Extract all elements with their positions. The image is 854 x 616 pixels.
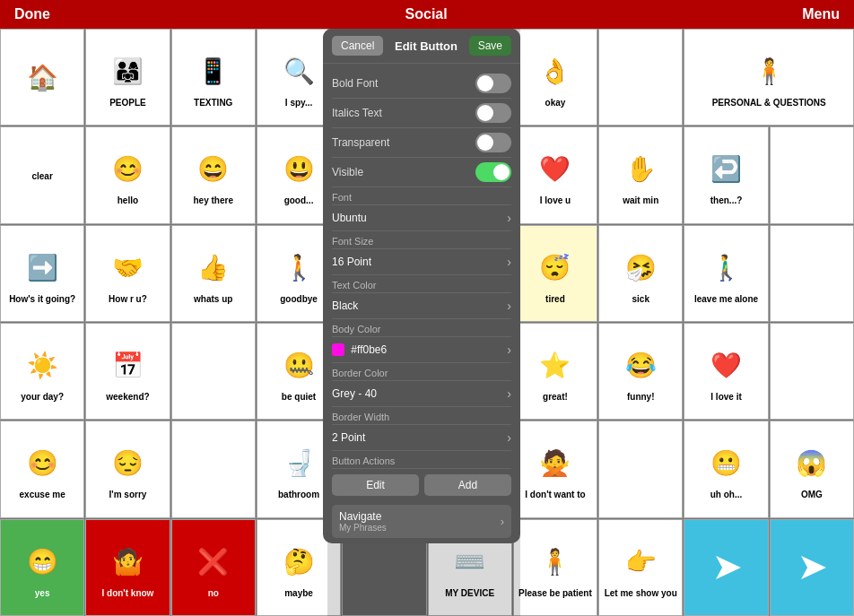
- cell-yes[interactable]: 😁 yes: [0, 519, 84, 616]
- cell-label: I don't want to: [525, 490, 585, 499]
- cell-label: be quiet: [282, 392, 316, 402]
- cell-label: I'm sorry: [109, 490, 147, 499]
- cell-empty-r4c10: [770, 323, 854, 420]
- cell-label: excuse me: [20, 490, 65, 499]
- cell-let-me-show-you[interactable]: 👉 Let me show you: [598, 519, 683, 616]
- cell-arrow-right-1[interactable]: ➤: [684, 519, 768, 616]
- idontknow-icon: 🤷: [112, 537, 144, 586]
- menu-button[interactable]: Menu: [802, 6, 840, 22]
- edit-action-button[interactable]: Edit: [332, 474, 419, 496]
- cell-leave-me-alone[interactable]: 🚶‍♂️ leave me alone: [684, 225, 768, 322]
- border-width-dropdown[interactable]: 2 Point ›: [332, 425, 511, 451]
- body-color-chevron: ›: [507, 343, 511, 357]
- text-color-value: Black: [332, 299, 358, 312]
- done-button[interactable]: Done: [14, 6, 50, 22]
- cell-personal-questions[interactable]: 🧍 PERSONAL & QUESTIONS: [684, 29, 854, 126]
- cell-i-love-u[interactable]: ❤️ I love u: [513, 126, 597, 223]
- font-size-value: 16 Point: [332, 256, 371, 268]
- cell-label: PERSONAL & QUESTIONS: [712, 98, 826, 108]
- cell-omg[interactable]: 😱 OMG: [770, 421, 854, 517]
- body-color-swatch: [332, 343, 344, 356]
- cell-uh-oh[interactable]: 😬 uh oh...: [684, 421, 768, 517]
- cell-label: bathroom: [278, 490, 319, 499]
- cell-label: leave me alone: [694, 294, 758, 304]
- font-size-dropdown[interactable]: 16 Point ›: [332, 249, 511, 275]
- border-color-dropdown[interactable]: Grey - 40 ›: [332, 381, 511, 407]
- cell-your-day[interactable]: ☀️ your day?: [0, 323, 84, 420]
- cell-i-dont-know[interactable]: 🤷 I don't know: [85, 519, 170, 616]
- font-size-chevron: ›: [507, 255, 511, 269]
- visible-toggle[interactable]: [475, 162, 511, 182]
- body-color-section-label: Body Color: [332, 319, 511, 337]
- then-icon: ↩️: [710, 144, 742, 194]
- cell-empty-r1c8: [598, 29, 683, 126]
- sick-icon: 🤧: [625, 243, 657, 292]
- cell-great[interactable]: ⭐ great!: [513, 323, 597, 420]
- cell-label: great!: [543, 392, 568, 402]
- cell-label: How's it going?: [9, 294, 75, 304]
- cell-hows-it-going[interactable]: ➡️ How's it going?: [0, 225, 84, 322]
- cell-i-love-it[interactable]: ❤️ I love it: [684, 323, 768, 420]
- cell-label: no: [208, 588, 219, 598]
- visible-row: Visible: [332, 158, 511, 187]
- cell-people[interactable]: 👨‍👩‍👧 PEOPLE: [85, 29, 170, 126]
- cell-label: okay: [545, 98, 566, 108]
- body-color-dropdown[interactable]: #ff0be6 ›: [332, 337, 511, 363]
- transparent-toggle[interactable]: [475, 133, 511, 152]
- cell-label: goodbye: [280, 294, 318, 304]
- cell-excuse-me[interactable]: 😊 excuse me: [0, 421, 84, 517]
- cell-label: good...: [284, 195, 314, 205]
- cell-tired[interactable]: 😴 tired: [513, 225, 597, 322]
- cell-label: your day?: [21, 392, 64, 402]
- cell-how-r-u[interactable]: 🤝 How r u?: [85, 225, 170, 322]
- body-color-value: #ff0be6: [332, 343, 387, 357]
- cell-whats-up[interactable]: 👍 whats up: [171, 225, 256, 322]
- cell-label: weekend?: [106, 392, 149, 402]
- weekend-icon: 📅: [112, 341, 144, 390]
- cell-arrow-right-2[interactable]: ➤: [770, 519, 854, 616]
- cell-no[interactable]: ❌ no: [171, 519, 256, 616]
- visible-label: Visible: [332, 166, 363, 178]
- border-width-value: 2 Point: [332, 431, 365, 444]
- cell-sick[interactable]: 🤧 sick: [598, 225, 683, 322]
- navigate-row[interactable]: Navigate My Phrases ›: [332, 505, 511, 538]
- cell-weekend[interactable]: 📅 weekend?: [85, 323, 170, 420]
- cell-label: I love it: [710, 392, 741, 402]
- good-icon: 😃: [283, 144, 315, 194]
- cell-hello[interactable]: 😊 hello: [85, 126, 170, 223]
- cell-label: PEOPLE: [109, 98, 146, 108]
- cell-please-be-patient[interactable]: 🧍 Please be patient: [513, 519, 597, 616]
- ispy-icon: 🔍: [283, 47, 315, 96]
- text-color-dropdown[interactable]: Black ›: [332, 293, 511, 319]
- add-action-button[interactable]: Add: [424, 474, 511, 496]
- navigate-sub: My Phrases: [339, 523, 387, 533]
- border-width-chevron: ›: [507, 430, 511, 445]
- save-button[interactable]: Save: [469, 36, 511, 56]
- hey-there-icon: 😄: [197, 144, 229, 194]
- cell-wait-min[interactable]: ✋ wait min: [598, 126, 683, 223]
- font-dropdown[interactable]: Ubuntu ›: [332, 205, 511, 231]
- bathroom-icon: 🚽: [283, 438, 315, 488]
- cancel-button[interactable]: Cancel: [332, 36, 383, 56]
- cell-clear[interactable]: clear: [0, 126, 84, 223]
- hows-icon: ➡️: [27, 243, 58, 292]
- cell-hey-there[interactable]: 😄 hey there: [171, 126, 256, 223]
- cell-okay[interactable]: 👌 okay: [513, 29, 597, 126]
- home-icon: 🏠: [27, 53, 58, 102]
- cell-funny[interactable]: 😂 funny!: [598, 323, 683, 420]
- cell-then[interactable]: ↩️ then...?: [684, 126, 768, 223]
- wait-icon: ✋: [625, 144, 657, 194]
- cell-im-sorry[interactable]: 😔 I'm sorry: [85, 421, 170, 517]
- cell-label: hello: [118, 195, 138, 205]
- arrow-right-icon-2: ➤: [798, 542, 825, 592]
- cell-texting[interactable]: 📱 TEXTING: [171, 29, 256, 126]
- cell-home[interactable]: 🏠: [0, 29, 84, 126]
- funny-icon: 😂: [625, 341, 657, 390]
- cell-dont-want-to[interactable]: 🙅 I don't want to: [513, 421, 597, 517]
- hello-icon: 😊: [112, 144, 144, 194]
- italics-toggle[interactable]: [475, 103, 511, 123]
- iloveit-icon: ❤️: [710, 341, 742, 390]
- font-chevron: ›: [507, 211, 511, 225]
- bold-font-toggle[interactable]: [475, 74, 511, 93]
- cell-label: How r u?: [109, 294, 147, 304]
